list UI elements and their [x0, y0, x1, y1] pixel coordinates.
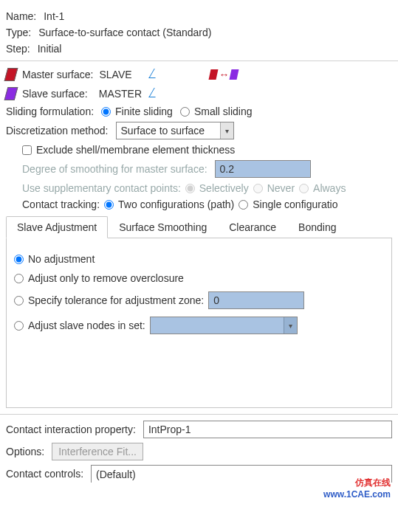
- tolerance-input[interactable]: 0: [208, 291, 304, 309]
- selectively-label: Selectively: [199, 182, 249, 194]
- in-set-radio[interactable]: Adjust slave nodes in set:: [14, 319, 145, 331]
- in-set-label: Adjust slave nodes in set:: [28, 319, 145, 331]
- exclude-shell-checkbox[interactable]: Exclude shell/membrane element thickness: [22, 144, 235, 156]
- options-label: Options:: [6, 446, 44, 457]
- single-config-radio[interactable]: Single configuratio: [239, 198, 337, 210]
- exclude-shell-label: Exclude shell/membrane element thickness: [36, 144, 235, 156]
- swap-surfaces-button[interactable]: ↔: [210, 69, 238, 80]
- slave-surface-icon: [4, 87, 18, 100]
- two-config-label: Two configurations (path): [118, 198, 234, 210]
- always-label: Always: [313, 182, 346, 194]
- tolerance-radio[interactable]: Specify tolerance for adjustment zone:: [14, 294, 204, 306]
- contact-controls-label: Contact controls:: [6, 468, 83, 480]
- chevron-down-icon: ▾: [220, 122, 233, 139]
- step-value: Initial: [38, 43, 62, 55]
- tab-surface-smoothing[interactable]: Surface Smoothing: [108, 216, 218, 238]
- pick-master-icon[interactable]: [149, 67, 161, 82]
- small-sliding-radio[interactable]: Small sliding: [180, 106, 253, 117]
- finite-sliding-radio[interactable]: Finite sliding: [101, 106, 173, 117]
- tolerance-value: 0: [213, 294, 219, 306]
- tolerance-label: Specify tolerance for adjustment zone:: [28, 294, 204, 306]
- step-label: Step:: [6, 43, 30, 55]
- sliding-label: Sliding formulation:: [6, 106, 94, 117]
- always-radio: Always: [299, 182, 346, 194]
- master-surface-label: Master surface:: [22, 69, 93, 80]
- in-set-select[interactable]: ▾: [150, 317, 298, 334]
- contact-controls-value: (Default): [96, 469, 136, 480]
- master-surface-icon: [4, 68, 18, 81]
- slave-surface-label: Slave surface:: [22, 88, 88, 100]
- finite-sliding-label: Finite sliding: [115, 106, 173, 117]
- tab-bonding[interactable]: Bonding: [287, 216, 347, 238]
- overclosure-radio[interactable]: Adjust only to remove overclosure: [14, 272, 184, 284]
- discretization-select[interactable]: Surface to surface ▾: [116, 122, 234, 139]
- never-label: Never: [267, 182, 295, 194]
- interaction-property-select[interactable]: IntProp-1: [143, 421, 392, 438]
- selectively-radio: Selectively: [185, 182, 249, 194]
- never-radio: Never: [253, 182, 295, 194]
- master-surface-value: SLAVE: [99, 69, 143, 80]
- smoothing-degree-label: Degree of smoothing for master surface:: [22, 163, 207, 175]
- no-adjustment-label: No adjustment: [28, 253, 95, 265]
- name-label: Name:: [6, 10, 36, 22]
- smoothing-degree-input[interactable]: 0.2: [215, 160, 311, 178]
- discretization-label: Discretization method:: [6, 125, 109, 137]
- single-config-label: Single configuratio: [253, 198, 337, 210]
- supplementary-label: Use supplementary contact points:: [22, 182, 181, 194]
- slave-surface-value: MASTER: [99, 88, 143, 100]
- smoothing-degree-value: 0.2: [220, 163, 234, 175]
- tabs: Slave Adjustment Surface Smoothing Clear…: [6, 216, 392, 238]
- tab-body: No adjustment Adjust only to remove over…: [6, 238, 392, 408]
- type-value: Surface-to-surface contact (Standard): [38, 27, 211, 38]
- interference-fit-button: Interference Fit...: [52, 443, 143, 460]
- overclosure-label: Adjust only to remove overclosure: [28, 272, 184, 284]
- name-value: Int-1: [44, 10, 64, 22]
- pick-slave-icon[interactable]: [149, 86, 161, 101]
- chevron-down-icon: ▾: [284, 317, 297, 334]
- footer-line1: 仿真在线: [323, 477, 391, 483]
- tab-clearance[interactable]: Clearance: [218, 216, 287, 238]
- tab-slave-adjustment[interactable]: Slave Adjustment: [6, 216, 108, 238]
- interaction-property-value: IntProp-1: [148, 424, 191, 435]
- small-sliding-label: Small sliding: [194, 106, 253, 117]
- type-label: Type:: [6, 27, 31, 38]
- interaction-property-label: Contact interaction property:: [6, 424, 136, 435]
- two-config-radio[interactable]: Two configurations (path): [104, 198, 234, 210]
- tracking-label: Contact tracking:: [22, 198, 100, 210]
- discretization-value: Surface to surface: [121, 125, 205, 137]
- watermark-footer: 仿真在线 www.1CAE.com: [323, 477, 391, 483]
- no-adjustment-radio[interactable]: No adjustment: [14, 253, 95, 265]
